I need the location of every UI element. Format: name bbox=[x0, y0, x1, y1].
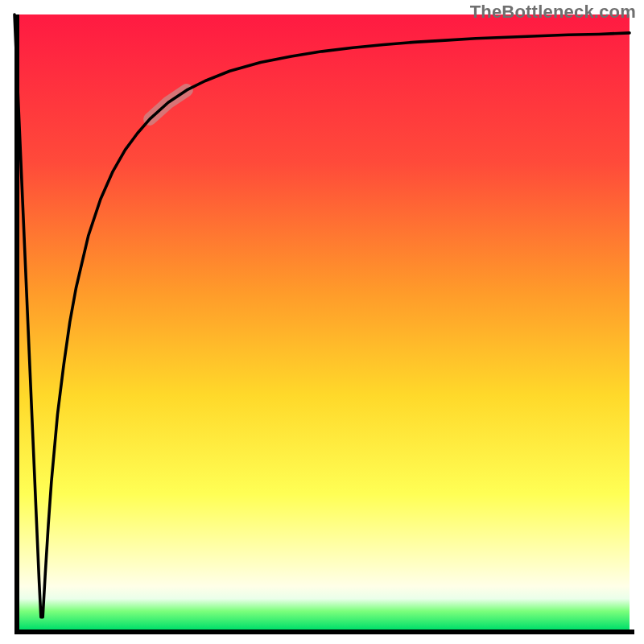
bottleneck-curve bbox=[14, 14, 630, 617]
curve-layer bbox=[14, 14, 630, 630]
chart-container: TheBottleneck.com bbox=[0, 0, 644, 644]
y-axis-line bbox=[14, 14, 19, 634]
x-axis-line bbox=[14, 630, 634, 634]
watermark-text: TheBottleneck.com bbox=[470, 2, 636, 23]
